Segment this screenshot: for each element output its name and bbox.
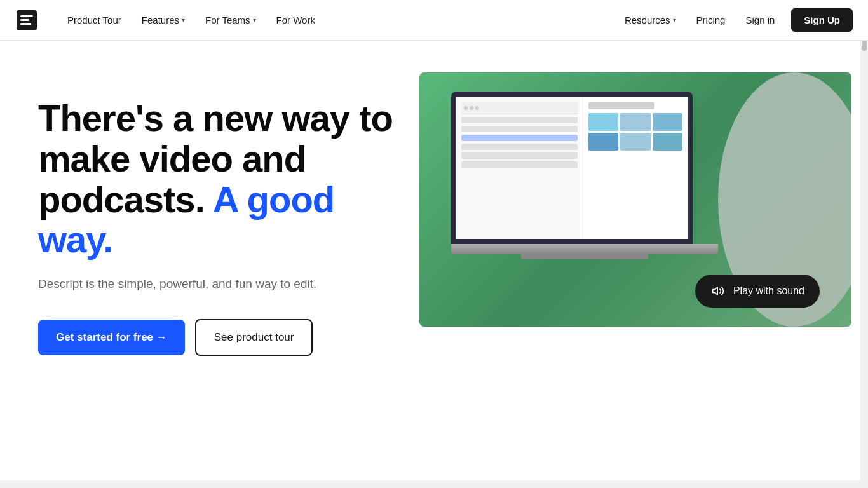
sidebar-item-3 xyxy=(461,144,578,150)
laptop-stand xyxy=(521,254,648,259)
sidebar-item-2 xyxy=(461,126,578,132)
nav-pricing[interactable]: Pricing xyxy=(688,10,735,30)
media-thumb-3 xyxy=(653,113,682,131)
nav-for-work[interactable]: For Work xyxy=(268,10,324,30)
laptop-mockup xyxy=(451,92,718,282)
signup-button[interactable]: Sign Up xyxy=(791,8,853,32)
topbar-dot-3 xyxy=(475,106,479,110)
app-main xyxy=(583,97,688,239)
media-grid xyxy=(588,113,682,151)
hero-right: Play with sound xyxy=(419,72,851,327)
app-title-bar xyxy=(588,102,654,109)
vertical-scrollbar[interactable] xyxy=(860,0,868,488)
nav-links: Product Tour Features ▾ For Teams ▾ For … xyxy=(58,10,616,30)
sidebar-item-active xyxy=(461,135,578,141)
horizontal-scrollbar[interactable] xyxy=(0,480,860,488)
svg-marker-4 xyxy=(713,287,718,295)
hero-left: There's a new way to make video and podc… xyxy=(38,85,394,356)
play-sound-button[interactable]: Play with sound xyxy=(695,274,820,308)
svg-rect-2 xyxy=(20,19,29,21)
topbar-dot-2 xyxy=(470,106,473,110)
nav-features[interactable]: Features ▾ xyxy=(133,10,194,30)
hero-headline: There's a new way to make video and podc… xyxy=(38,98,394,260)
logo[interactable] xyxy=(15,9,38,32)
svg-rect-1 xyxy=(20,15,33,17)
sidebar-item-1 xyxy=(461,117,578,123)
volume-icon xyxy=(710,283,726,299)
signin-link[interactable]: Sign in xyxy=(736,10,783,30)
app-sidebar xyxy=(456,97,583,239)
media-thumb-4 xyxy=(588,133,618,151)
media-thumb-1 xyxy=(588,113,618,131)
svg-rect-3 xyxy=(20,23,31,25)
sidebar-item-5 xyxy=(461,161,578,168)
hero-headline-highlight: A good way. xyxy=(38,179,334,261)
hero-subtitle: Descript is the simple, powerful, and fu… xyxy=(38,275,343,294)
laptop-screen-inner xyxy=(456,97,688,239)
nav-resources[interactable]: Resources ▾ xyxy=(616,10,685,30)
media-thumb-5 xyxy=(620,133,650,151)
resources-chevron-icon: ▾ xyxy=(673,17,676,24)
topbar-dot-1 xyxy=(464,106,468,110)
laptop-base xyxy=(451,244,718,254)
media-thumb-2 xyxy=(620,113,650,131)
for-teams-chevron-icon: ▾ xyxy=(253,17,256,24)
laptop-screen xyxy=(451,92,693,244)
app-topbar xyxy=(461,102,578,114)
hero-section: There's a new way to make video and podc… xyxy=(0,41,868,488)
nav-right: Resources ▾ Pricing Sign in Sign Up xyxy=(616,8,853,32)
hero-video[interactable]: Play with sound xyxy=(419,72,851,327)
product-tour-button[interactable]: See product tour xyxy=(195,319,313,356)
features-chevron-icon: ▾ xyxy=(182,17,185,24)
nav-for-teams[interactable]: For Teams ▾ xyxy=(196,10,265,30)
sidebar-item-4 xyxy=(461,152,578,159)
play-sound-label: Play with sound xyxy=(733,285,804,297)
media-thumb-6 xyxy=(653,133,682,151)
hero-buttons: Get started for free → See product tour xyxy=(38,319,394,356)
get-started-button[interactable]: Get started for free → xyxy=(38,320,185,355)
descript-logo-icon xyxy=(17,10,37,30)
nav-product-tour[interactable]: Product Tour xyxy=(58,10,130,30)
navbar: Product Tour Features ▾ For Teams ▾ For … xyxy=(0,0,868,41)
